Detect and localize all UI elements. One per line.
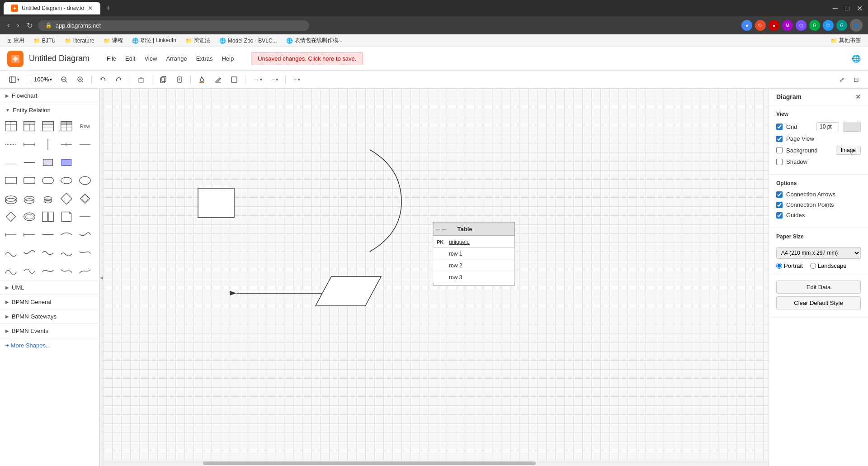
grid-size-input[interactable]: [816, 122, 839, 131]
browser-ext-6[interactable]: G: [809, 20, 820, 31]
er-shape-oe2[interactable]: [22, 191, 37, 206]
edit-data-btn[interactable]: Edit Data: [776, 281, 861, 294]
er-conn-5[interactable]: [78, 228, 92, 242]
bookmark-bjtu[interactable]: 📁 BJTU: [30, 37, 59, 45]
sidebar-section-header-bpmn-gateways[interactable]: ▶ BPMN Gateways: [0, 309, 99, 323]
menu-view[interactable]: View: [140, 53, 161, 64]
grid-color-swatch[interactable]: [843, 122, 861, 132]
waypoint-btn[interactable]: ⌐ ▾: [268, 74, 282, 85]
fill-color-btn[interactable]: [194, 74, 209, 85]
bookmark-dialectics[interactable]: 📁 辩证法: [182, 36, 214, 45]
er-shape-line[interactable]: [78, 209, 92, 224]
bookmark-others[interactable]: 📁 其他书签: [827, 36, 864, 45]
bookmark-linkedin[interactable]: 🌐 职位 | LinkedIn: [128, 36, 180, 45]
new-tab-btn[interactable]: +: [106, 4, 111, 13]
browser-tab[interactable]: ✦ Untitled Diagram - draw.io ✕: [4, 2, 100, 14]
bookmark-modelzoo[interactable]: 🌐 Model Zoo - BVLC...: [216, 37, 281, 45]
tab-close-btn[interactable]: ✕: [88, 5, 93, 12]
save-notice[interactable]: Unsaved changes. Click here to save.: [251, 52, 363, 65]
browser-ext-5[interactable]: ⬡: [796, 20, 807, 31]
er-line-1[interactable]: [4, 137, 18, 152]
landscape-radio[interactable]: [810, 263, 816, 269]
er-shape-table2[interactable]: [22, 119, 37, 133]
connection-style-btn[interactable]: → ▾: [249, 74, 266, 85]
menu-edit[interactable]: Edit: [121, 53, 140, 64]
er-shape-doc[interactable]: [59, 209, 74, 224]
er-shape-d2[interactable]: [22, 209, 37, 224]
er-shape-oe1[interactable]: [4, 191, 18, 206]
delete-btn[interactable]: [134, 74, 148, 85]
sidebar-section-header-uml[interactable]: ▶ UML: [0, 281, 99, 295]
er-shape-table4[interactable]: [59, 119, 74, 133]
bookmark-course[interactable]: 📁 课程: [100, 36, 127, 45]
expand-panel-right-btn[interactable]: ⊡: [850, 74, 863, 85]
back-btn[interactable]: ‹: [5, 19, 11, 31]
shape-arc[interactable]: [370, 150, 401, 252]
er-wave-10[interactable]: [78, 264, 92, 278]
er-line-3[interactable]: [41, 137, 55, 152]
toggle-sidebar-btn[interactable]: ▾: [5, 74, 23, 85]
address-bar[interactable]: 🔒 app.diagrams.net: [38, 20, 309, 31]
bookmark-literature[interactable]: 📁 literature: [61, 37, 98, 45]
stroke-color-btn[interactable]: [211, 74, 225, 85]
er-wave-4[interactable]: [59, 246, 74, 260]
er-line-5[interactable]: [78, 137, 92, 152]
zoom-out-btn[interactable]: [57, 74, 71, 85]
globe-icon[interactable]: 🌐: [852, 54, 861, 63]
shape-rectangle[interactable]: [198, 188, 234, 218]
minimize-window-btn[interactable]: ─: [831, 2, 840, 14]
menu-extras[interactable]: Extras: [192, 53, 217, 64]
er-shape-s1[interactable]: [4, 155, 18, 170]
grid-checkbox[interactable]: [776, 124, 783, 130]
browser-ext-3[interactable]: ●: [769, 20, 779, 31]
paper-size-select[interactable]: A4 (210 mm x 297 mm) A3 A2 Letter Legal: [776, 247, 861, 259]
sidebar-section-header-bpmn-general[interactable]: ▶ BPMN General: [0, 295, 99, 309]
background-checkbox[interactable]: [776, 147, 783, 153]
page-view-checkbox[interactable]: [776, 136, 783, 142]
er-shape-d1[interactable]: [4, 209, 18, 224]
er-wave-9[interactable]: [59, 264, 74, 278]
menu-help[interactable]: Help: [217, 53, 238, 64]
portrait-option[interactable]: Portrait: [776, 262, 803, 269]
er-conn-2[interactable]: [22, 228, 37, 242]
connection-points-checkbox[interactable]: [776, 202, 783, 208]
expand-panel-left-btn[interactable]: ⤢: [835, 74, 848, 85]
er-shape-row[interactable]: Row: [78, 119, 92, 133]
er-wave-8[interactable]: [41, 264, 55, 278]
er-shape-split[interactable]: [41, 209, 55, 224]
er-shape-r2[interactable]: [22, 173, 37, 188]
sidebar-section-header-flowchart[interactable]: ▶ Flowchart: [0, 89, 99, 103]
forward-btn[interactable]: ›: [15, 19, 21, 31]
zoom-in-btn[interactable]: [73, 74, 88, 85]
zoom-control[interactable]: 100% ▾: [31, 75, 55, 84]
er-shape-diamond2[interactable]: [78, 191, 92, 206]
guides-checkbox[interactable]: [776, 212, 783, 219]
sidebar-toggle-btn[interactable]: ◀: [99, 89, 103, 466]
er-wave-3[interactable]: [41, 246, 55, 260]
canvas-scrollbar[interactable]: [103, 461, 769, 466]
shape-parallelogram[interactable]: [316, 276, 381, 306]
paste-style-btn[interactable]: [172, 74, 187, 85]
er-shape-table3[interactable]: [41, 119, 55, 133]
menu-file[interactable]: File: [102, 53, 121, 64]
sidebar-section-header-bpmn-events[interactable]: ▶ BPMN Events: [0, 324, 99, 338]
er-shape-oe3[interactable]: [41, 191, 55, 206]
er-wave-2[interactable]: [22, 246, 37, 260]
shape-btn[interactable]: [227, 74, 241, 85]
menu-arrange[interactable]: Arrange: [161, 53, 191, 64]
clear-default-style-btn[interactable]: Clear Default Style: [776, 296, 861, 309]
er-wave-7[interactable]: [22, 264, 37, 278]
shape-db-table[interactable]: Table ─ PK uniqueId row 1 row 2 row 3: [433, 222, 514, 285]
more-shapes-btn[interactable]: + More Shapes...: [0, 338, 99, 352]
er-shape-e2[interactable]: [78, 173, 92, 188]
browser-ext-4[interactable]: M: [782, 20, 793, 31]
er-conn-4[interactable]: [59, 228, 74, 242]
profile-avatar[interactable]: 👤: [850, 19, 863, 32]
browser-ext-2[interactable]: 🛡: [755, 20, 766, 31]
er-wave-5[interactable]: [78, 246, 92, 260]
insert-btn[interactable]: + ▾: [289, 74, 303, 85]
close-window-btn[interactable]: ✕: [855, 2, 864, 14]
er-shape-tile[interactable]: [41, 155, 55, 170]
er-shape-e1[interactable]: [59, 173, 74, 188]
restore-window-btn[interactable]: □: [843, 2, 851, 14]
